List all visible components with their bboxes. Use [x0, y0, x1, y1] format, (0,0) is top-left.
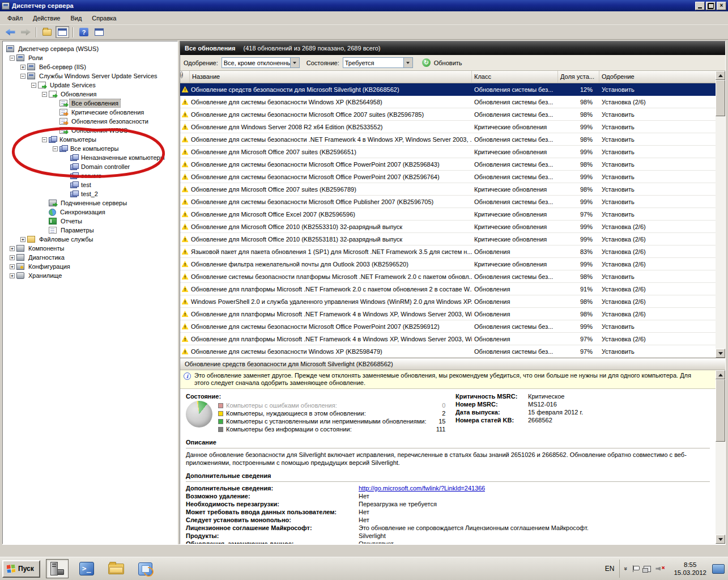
table-row[interactable]: !Обновление для системы безопасности Mic… [180, 171, 716, 183]
tree-node-label[interactable]: Диагностика [27, 253, 66, 261]
tree-node-label[interactable]: Роли [27, 54, 44, 62]
table-row[interactable]: !Обновление для системы безопасности .NE… [180, 133, 716, 146]
details-vertical-scrollbar[interactable] [716, 370, 725, 544]
start-button[interactable]: Пуск [2, 560, 40, 578]
table-row[interactable]: !Обновление для системы безопасности Mic… [180, 108, 716, 121]
show-desktop-button[interactable] [712, 564, 725, 574]
menu-item-file[interactable]: Файл [2, 13, 28, 23]
dropdown-arrow-button[interactable] [403, 58, 412, 67]
minimize-button[interactable] [695, 2, 705, 10]
tree-node-label[interactable]: Обновления безопасности [70, 117, 150, 125]
table-row[interactable]: !Обновление средств безопасности для Mic… [180, 83, 716, 96]
tree-node-label[interactable]: Все компьютеры [69, 145, 120, 153]
tree-expand-toggle[interactable]: + [10, 246, 15, 251]
tree-node-label[interactable]: Обновления [59, 90, 98, 98]
tree-node-label[interactable]: Хранилище [27, 272, 63, 280]
tree-expand-toggle[interactable]: + [10, 255, 15, 260]
details-link[interactable]: http://go.microsoft.com/fwlink/?LinkId=2… [359, 484, 485, 492]
status-filter-dropdown[interactable]: Требуется [343, 57, 413, 68]
table-row[interactable]: !Обновление фильтра нежелательной почты … [180, 258, 716, 270]
back-button[interactable] [3, 26, 17, 38]
tree-node-label[interactable]: Параметры [59, 226, 96, 234]
scroll-up-button[interactable] [716, 370, 725, 379]
tree-expand-toggle[interactable]: + [20, 237, 25, 242]
tree-expand-toggle[interactable]: − [42, 137, 47, 142]
class-column-header[interactable]: Класс [472, 71, 558, 83]
tree-node-label[interactable]: Файловые службы [37, 235, 95, 243]
menu-item-view[interactable]: Вид [65, 13, 87, 23]
taskbar-powershell-button[interactable] [75, 559, 98, 578]
table-row[interactable]: !Языковой пакет для пакета обновления 1 … [180, 245, 716, 258]
action-center-flag-icon[interactable] [632, 565, 639, 572]
scrollbar-thumb[interactable] [716, 80, 725, 116]
tree-node-label[interactable]: Компьютеры [58, 136, 98, 143]
table-row[interactable]: !Обновление для Microsoft Office Excel 2… [180, 208, 716, 221]
table-row[interactable]: !Обновление для Microsoft Office 2010 (K… [180, 233, 716, 245]
menu-item-help[interactable]: Справка [87, 13, 121, 23]
scrollbar-track[interactable] [716, 116, 725, 349]
tree-node-label[interactable]: Отчеты [59, 217, 84, 225]
tree-expand-toggle[interactable]: + [10, 264, 15, 269]
show-console-tree-button[interactable] [56, 26, 69, 38]
approval-filter-dropdown[interactable]: Все, кроме отклоненных [222, 57, 300, 68]
tree-node-label[interactable]: Диспетчер сервера (WSUS) [16, 45, 100, 53]
taskbar-clock[interactable]: 8:55 15.03.2012 [668, 561, 712, 577]
tree-node-label[interactable]: Domain controller [79, 163, 131, 171]
info-column-header[interactable]: i [180, 71, 190, 83]
table-row[interactable]: !Обновление для системы безопасности Win… [180, 96, 716, 108]
approval-column-header[interactable]: Одобрение [599, 71, 716, 83]
install-share-column-header[interactable]: Доля уста... [558, 71, 599, 83]
scroll-up-button[interactable] [716, 71, 725, 80]
network-icon[interactable] [644, 566, 651, 572]
table-row[interactable]: !Обновление для системы безопасности Mic… [180, 196, 716, 208]
table-row[interactable]: !Обновление для Microsoft Office 2007 su… [180, 146, 716, 158]
menu-item-action[interactable]: Действие [28, 13, 65, 23]
tree-node-label[interactable]: test [79, 181, 93, 189]
table-row[interactable]: !Обновление для системы безопасности Win… [180, 345, 716, 358]
tree-expand-toggle[interactable]: + [20, 65, 25, 70]
tree-node-label[interactable]: Update Services [48, 81, 97, 89]
table-row[interactable]: !Windows PowerShell 2.0 и служба удаленн… [180, 295, 716, 308]
taskbar-server-manager-button[interactable] [46, 559, 69, 578]
tree-expand-toggle[interactable]: + [10, 273, 15, 278]
table-row[interactable]: !Обновление для Windows Server 2008 R2 x… [180, 121, 716, 133]
language-indicator[interactable]: EN [600, 565, 620, 573]
table-row[interactable]: !Обновление для системы безопасности Mic… [180, 158, 716, 171]
scroll-down-button[interactable] [716, 349, 725, 358]
tree-node-label[interactable]: Службы Windows Server Update Services [37, 72, 159, 80]
tree-node-label[interactable]: Неназначенные компьютеры [79, 154, 167, 162]
taskbar-windows-update-button[interactable] [134, 559, 157, 578]
name-column-header[interactable]: Название [190, 71, 472, 83]
tree-node-label[interactable]: servers [79, 172, 103, 180]
tree-node-label[interactable]: Компоненты [27, 244, 66, 252]
tree-node-label[interactable]: Обновления WSUS [70, 126, 129, 134]
table-row[interactable]: !Обновление для платформы Microsoft .NET… [180, 333, 716, 345]
volume-muted-icon[interactable] [655, 566, 663, 572]
table-row[interactable]: !Обновление системы безопасности платфор… [180, 270, 716, 283]
tree-node-label[interactable]: Подчиненные серверы [59, 199, 129, 207]
scroll-down-button[interactable] [716, 535, 725, 544]
tree-expand-toggle[interactable]: − [10, 56, 15, 61]
scrollbar-thumb[interactable] [716, 379, 725, 442]
refresh-icon[interactable]: ↻ [422, 58, 431, 67]
tree-expand-toggle[interactable]: − [42, 92, 47, 97]
tree-expand-toggle[interactable]: − [20, 74, 25, 79]
show-hidden-icons-chevron[interactable]: » [623, 567, 629, 570]
scrollbar-track[interactable] [716, 442, 725, 535]
dropdown-arrow-button[interactable] [290, 58, 299, 67]
table-row[interactable]: !Обновление для Microsoft Office 2010 (K… [180, 221, 716, 233]
forward-button[interactable] [19, 26, 32, 38]
new-window-button[interactable] [92, 26, 106, 38]
taskbar-explorer-button[interactable] [105, 559, 127, 578]
refresh-button[interactable]: Обновить [434, 60, 462, 66]
tree-node-label[interactable]: Конфигурация [27, 263, 72, 270]
table-row[interactable]: !Обновление для платформы Microsoft .NET… [180, 283, 716, 295]
table-row[interactable]: !Обновление для платформы Microsoft .NET… [180, 308, 716, 320]
tree-node-label[interactable]: Все обновления [70, 99, 120, 107]
tree-node-label[interactable]: test_2 [79, 190, 100, 198]
restore-button[interactable] [706, 2, 716, 10]
help-button[interactable]: ? [77, 26, 91, 38]
export-list-button[interactable] [40, 26, 54, 38]
tree-expand-toggle[interactable]: − [31, 83, 36, 88]
tree-node-label[interactable]: Синхронизация [58, 208, 107, 216]
